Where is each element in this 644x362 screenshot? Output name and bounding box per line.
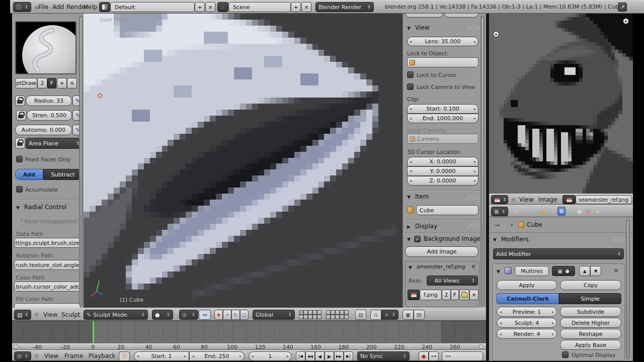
add-brush-button[interactable]: + [57, 78, 67, 88]
add-image-button[interactable]: Add Image [405, 246, 478, 257]
window-duplicate-icon[interactable]: ↗ [618, 3, 627, 12]
render-still-button[interactable]: ▣ [403, 310, 414, 320]
front-faces-checkbox[interactable] [16, 156, 23, 162]
fill-color-path-field[interactable] [14, 303, 80, 308]
collapse-triangle-icon[interactable]: ▼ [409, 265, 412, 270]
tab-material[interactable]: ● [576, 207, 584, 216]
scrollbar-cap-right[interactable] [479, 344, 484, 349]
move-modifier-down-button[interactable]: ▼ [590, 266, 601, 276]
menu-view[interactable]: View [44, 350, 58, 362]
background-images-panel-title[interactable]: Background Images [424, 235, 484, 242]
axis-select[interactable]: All Views ⇕ [427, 276, 478, 286]
add-modifier-select[interactable]: Add Modifier ⇕ [493, 248, 624, 259]
tab-physics[interactable]: ◌ [603, 207, 611, 216]
keying-set-button[interactable]: ⊶ [429, 351, 439, 361]
viewport-shading-select[interactable]: ● ⇕ [152, 310, 173, 320]
sync-select[interactable]: No Sync ⇕ [357, 351, 410, 361]
tab-texture[interactable]: ▦ [585, 207, 593, 216]
screen-layout-browse-button[interactable] [99, 2, 110, 12]
image-name-field[interactable]: f.png [420, 290, 442, 300]
plane-lock-button[interactable] [15, 138, 25, 149]
editor-type-properties-button[interactable]: ▦ ⇕ [491, 207, 508, 216]
jump-to-start-button[interactable]: |◀ [296, 351, 305, 361]
manipulator-axes-button[interactable]: ✚ [214, 310, 223, 320]
eye-icon[interactable]: ● [566, 268, 570, 274]
editor-type-3dview-button[interactable]: ▧ ⇕ [14, 310, 31, 320]
transform-orientation-select[interactable]: Global ⇕ [253, 310, 295, 320]
add-toggle-button[interactable]: Add [15, 169, 43, 180]
next-keyframe-button[interactable]: ▶▶ [334, 351, 344, 361]
editor-type-image-button[interactable]: ⇕ [491, 195, 508, 204]
menu-file[interactable]: File [38, 1, 48, 13]
radial-control-panel-title[interactable]: Radial Control [24, 204, 66, 211]
delete-layout-button[interactable]: × [205, 2, 215, 12]
tab-particles[interactable]: ∗ [594, 207, 602, 216]
item-panel-title[interactable]: Item [415, 193, 429, 200]
fake-user-button[interactable]: F [47, 78, 56, 88]
collapse-triangle-icon[interactable]: ▼ [493, 237, 497, 242]
pin-icon[interactable]: ⊸ [494, 221, 500, 229]
breadcrumb-object-name[interactable]: Cube [527, 221, 542, 228]
timeline-frame-bar[interactable]: -40-200204060801001201401601802002202402… [12, 343, 486, 350]
render-visibility-icon[interactable]: ▣ [557, 268, 562, 274]
data-path-field[interactable]: ttings.sculpt.brush.size [14, 238, 80, 248]
collapse-triangle-icon[interactable]: ▼ [497, 269, 500, 274]
manipulator-rotate-button[interactable]: ↻ [231, 310, 240, 320]
collapse-triangle-icon[interactable]: ▼ [407, 237, 411, 242]
menu-add[interactable]: Add [52, 1, 64, 13]
lock-object-field[interactable] [407, 57, 478, 67]
tab-object-data[interactable]: ▽ [567, 207, 575, 216]
modifier-name-field[interactable]: Multires [515, 266, 549, 276]
unlink-image-button[interactable]: × [469, 290, 478, 300]
strength-slider[interactable]: Stren: 0.500 [27, 110, 72, 121]
render-engine-select[interactable]: Blender Render ⇕ [315, 2, 374, 12]
delete-higher-button[interactable]: Delete Higher [560, 318, 621, 328]
tab-render[interactable]: ▣ [512, 207, 520, 216]
pivot-point-select[interactable]: ◎ ⇕ [179, 310, 198, 320]
manipulator-translate-button[interactable]: ↗ [223, 310, 231, 320]
manipulator-toggle-button[interactable]: ↔ [199, 310, 211, 320]
panel-drag-grip[interactable] [612, 236, 625, 242]
tool-shelf-scrollbar[interactable] [79, 16, 83, 306]
current-frame-line[interactable] [93, 321, 94, 343]
menu-sculpt[interactable]: Sculpt [61, 309, 80, 321]
image-fake-user-button[interactable]: F [451, 290, 459, 300]
timeline-canvas[interactable] [12, 321, 486, 343]
view-panel-title[interactable]: View [415, 24, 429, 31]
lock-to-scene-button[interactable]: ▧ [355, 310, 366, 320]
frame-start-field[interactable]: ◂ Start: 1 ▸ [134, 351, 189, 361]
panel-drag-grip[interactable] [466, 223, 479, 229]
image-editor-view[interactable] [489, 14, 633, 194]
preview-level-field[interactable]: ◂ Preview: 1 ▸ [497, 307, 557, 317]
scene-name-field[interactable]: Scene [228, 2, 291, 12]
color-path-field[interactable]: .brush.cursor_color_add [14, 282, 80, 292]
menu-playback[interactable]: Playback [89, 350, 116, 362]
delete-modifier-icon[interactable]: × [613, 266, 619, 274]
clip-start-field[interactable]: ◂ Start: 0.100 ▸ [407, 104, 478, 114]
lock-to-cursor-checkbox[interactable] [407, 71, 414, 78]
lock-camera-checkbox[interactable] [407, 83, 414, 90]
cursor-y-field[interactable]: ◂ Y: 0.0000 ▸ [407, 166, 478, 176]
n-panel-scrollbar[interactable] [480, 16, 485, 306]
subtract-toggle-button[interactable]: Subtract [43, 169, 83, 180]
manipulator-scale-button[interactable]: ◱ [240, 310, 249, 320]
render-level-field[interactable]: ◂ Render: 4 ▸ [497, 329, 557, 339]
brush-preview[interactable] [15, 21, 76, 74]
apply-button[interactable]: Apply [497, 280, 557, 290]
item-name-field[interactable]: Cube [416, 205, 478, 215]
rotation-path-field[interactable]: rush.texture_slot.angle [14, 260, 80, 270]
collapse-triangle-icon[interactable]: ▼ [16, 205, 20, 210]
background-images-checkbox[interactable]: ✓ [414, 236, 421, 242]
clipped-button[interactable] [405, 14, 443, 18]
open-image-button[interactable] [459, 290, 469, 300]
modifiers-panel-title[interactable]: Modifiers [501, 236, 529, 243]
panel-drag-grip[interactable] [466, 25, 479, 31]
tab-constraints[interactable]: ⊙ [548, 207, 556, 216]
current-frame-field[interactable]: ◂ 1 ▸ [249, 351, 292, 361]
scrollbar-cap-left[interactable] [14, 344, 18, 349]
apply-base-button[interactable]: Apply Base [560, 340, 621, 350]
menu-help[interactable]: Help [84, 1, 97, 13]
snap-element-select[interactable]: + ⇕ [381, 310, 398, 320]
close-icon[interactable]: × [471, 263, 476, 270]
lens-field[interactable]: ◂ Lens: 35.000 ▸ [407, 37, 478, 46]
